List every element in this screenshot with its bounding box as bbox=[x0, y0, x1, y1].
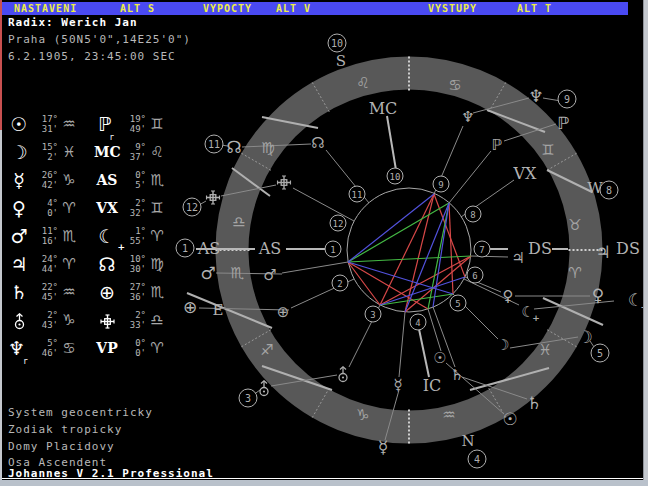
house-number-outer-4: 4 bbox=[468, 450, 487, 469]
house-number-inner-5: 5 bbox=[450, 295, 467, 312]
house-number-inner-9: 9 bbox=[433, 176, 450, 193]
fortune-icon: ⊕ bbox=[183, 297, 197, 317]
setting-system: System geocentricky bbox=[8, 406, 153, 419]
neptune-icon: ♆ bbox=[528, 86, 543, 106]
separator-line bbox=[0, 478, 648, 479]
house-number-outer-9: 9 bbox=[558, 90, 577, 109]
spirit-icon bbox=[277, 174, 292, 192]
pisces-sign-icon: ♓ bbox=[538, 341, 551, 359]
pointer-line bbox=[449, 151, 491, 203]
house-number-inner-2: 2 bbox=[332, 275, 349, 292]
venus-icon: ♀ bbox=[503, 287, 514, 305]
lilith-icon: ☾+ bbox=[628, 290, 643, 310]
mars-icon: ♂ bbox=[263, 266, 276, 284]
window-border-bottom bbox=[0, 480, 648, 486]
sun-icon: ☉ bbox=[433, 349, 446, 367]
mercury-icon: ☿ bbox=[378, 437, 388, 457]
node-icon: ☊ bbox=[311, 134, 324, 152]
gemini-sign-icon: ♊ bbox=[541, 141, 554, 159]
jupiter-icon: ♃ bbox=[595, 242, 610, 262]
saturn-icon: ♄ bbox=[526, 393, 541, 413]
window-border-left bbox=[0, 130, 2, 486]
node-icon: ☊ bbox=[226, 137, 241, 157]
ds-label: DS bbox=[616, 239, 640, 258]
mars-icon: ♂ bbox=[200, 263, 215, 283]
uranus-icon bbox=[258, 378, 271, 398]
axis-line bbox=[419, 329, 429, 377]
aspect-line-red bbox=[348, 262, 380, 305]
as-label: AS bbox=[259, 239, 282, 258]
aries-sign-icon: ♈ bbox=[568, 264, 581, 282]
mc-label: MC bbox=[369, 99, 398, 118]
house-number-inner-7: 7 bbox=[474, 241, 491, 258]
sun-icon: ☉ bbox=[502, 409, 517, 429]
setting-zodiak: Zodiak tropicky bbox=[8, 423, 122, 436]
scorpio-sign-icon: ♏ bbox=[230, 264, 243, 282]
vx-label: VX bbox=[514, 164, 537, 183]
as-label: AS bbox=[198, 239, 221, 258]
aspect-line-green bbox=[428, 203, 449, 309]
house-number-outer-12: 12 bbox=[183, 198, 202, 217]
house-number-inner-6: 6 bbox=[467, 267, 484, 284]
pointer-line bbox=[399, 312, 405, 377]
house-number-inner-1: 1 bbox=[325, 241, 342, 258]
aspect-line-red bbox=[449, 203, 453, 294]
saturn-icon: ♄ bbox=[450, 366, 463, 384]
setting-domy: Domy Placidovy bbox=[8, 440, 115, 453]
taurus-sign-icon: ♉ bbox=[568, 216, 581, 234]
sagittarius-sign-icon: ♐ bbox=[260, 341, 273, 359]
fortune-icon: ⊕ bbox=[277, 303, 290, 321]
virgo-sign-icon: ♍ bbox=[261, 139, 274, 157]
capricorn-sign-icon: ♑ bbox=[356, 406, 369, 424]
compass-e: E bbox=[213, 301, 224, 319]
neptune-icon: ♆ bbox=[461, 108, 474, 126]
pointer-line bbox=[428, 309, 441, 351]
lilith-icon: ☾+ bbox=[521, 303, 534, 321]
house-number-inner-8: 8 bbox=[465, 206, 482, 223]
aspect-line-blue bbox=[433, 203, 449, 307]
house-number-outer-10: 10 bbox=[328, 34, 347, 53]
pointer-line bbox=[282, 262, 348, 273]
johannes-app-window: NASTAVENI ALT S VYPOCTY ALT V VYSTUPY AL… bbox=[0, 0, 648, 486]
aspect-line-red bbox=[380, 194, 434, 305]
axis-line bbox=[387, 116, 396, 170]
spirit-icon bbox=[206, 187, 221, 207]
house-number-inner-4: 4 bbox=[410, 314, 427, 331]
house-number-inner-12: 12 bbox=[330, 215, 347, 232]
aspect-line-red bbox=[405, 194, 434, 312]
moon-icon: ☽ bbox=[577, 327, 592, 347]
pointer-line bbox=[293, 188, 354, 221]
aspect-line-blue bbox=[348, 194, 434, 262]
house-number-outer-3: 3 bbox=[239, 389, 258, 408]
aspect-line-green bbox=[348, 203, 449, 262]
house-number-inner-10: 10 bbox=[387, 168, 404, 185]
libra-sign-icon: ♎ bbox=[232, 213, 245, 231]
house-number-inner-11: 11 bbox=[349, 186, 366, 203]
house-number-outer-11: 11 bbox=[205, 135, 224, 154]
compass-s: S bbox=[336, 52, 346, 70]
compass-w: W bbox=[587, 179, 602, 197]
aquarius-sign-icon: ♒ bbox=[442, 406, 455, 424]
leo-sign-icon: ♌ bbox=[356, 74, 369, 92]
window-border-right[interactable] bbox=[643, 0, 648, 480]
mercury-icon: ☿ bbox=[393, 376, 402, 394]
pluto-icon: ℙ bbox=[557, 113, 569, 133]
window-border-left-top bbox=[0, 0, 2, 130]
aspect-line-green bbox=[348, 256, 471, 262]
compass-n: N bbox=[461, 432, 474, 450]
ds-label: DS bbox=[528, 239, 552, 258]
uranus-icon bbox=[337, 366, 350, 384]
moon-icon: ☽ bbox=[496, 336, 509, 354]
pluto-icon: ℙ bbox=[492, 136, 503, 154]
house-number-outer-1: 1 bbox=[176, 239, 195, 258]
cancer-sign-icon: ♋ bbox=[448, 76, 461, 94]
jupiter-icon: ♃ bbox=[511, 249, 524, 267]
venus-icon: ♀ bbox=[592, 285, 604, 305]
ic-label: IC bbox=[423, 376, 442, 395]
house-number-outer-5: 5 bbox=[591, 344, 610, 363]
house-number-inner-3: 3 bbox=[365, 306, 382, 323]
